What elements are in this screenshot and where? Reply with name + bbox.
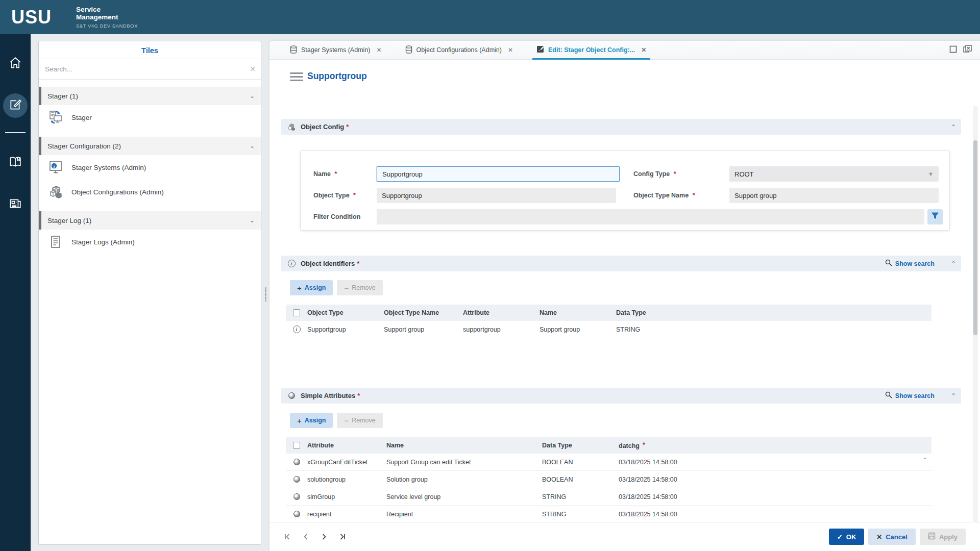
cube-icon — [286, 123, 297, 131]
config-type-select[interactable]: ROOT ▼ — [729, 166, 939, 182]
clear-search-icon[interactable]: ✕ — [250, 65, 256, 73]
workspace-button[interactable] — [3, 93, 28, 118]
column-header[interactable]: Name — [386, 442, 542, 449]
tree-group-label: Stager (1) — [47, 92, 78, 100]
apply-button[interactable]: Apply — [920, 529, 966, 545]
app-title-line1: Service — [76, 6, 138, 13]
collapse-section-icon[interactable]: ⌃ — [951, 123, 956, 131]
knowledge-button[interactable] — [3, 151, 28, 175]
rail-divider — [5, 132, 26, 133]
config-type-label: Config Type * — [633, 170, 676, 178]
tree-group-stager-configuration[interactable]: Stager Configuration (2) ⌄ — [39, 137, 261, 155]
close-icon: ✕ — [876, 533, 882, 541]
tree-item-stager[interactable]: Stager — [39, 105, 261, 130]
panel-resize-handle[interactable] — [264, 287, 267, 302]
tree-item-stager-systems-admin[interactable]: i Stager Systems (Admin) — [39, 155, 261, 180]
environment-label: S&T V4G DEV SANDBOX — [76, 23, 138, 29]
select-all-checkbox[interactable] — [293, 309, 300, 316]
close-tab-icon[interactable]: ✕ — [641, 46, 646, 54]
column-header[interactable]: Data Type — [616, 309, 693, 316]
close-tab-icon[interactable]: ✕ — [508, 46, 513, 54]
tree-item-stager-logs-admin[interactable]: Stager Logs (Admin) — [39, 230, 261, 254]
tab-label: Stager Systems (Admin) — [301, 46, 370, 54]
maximize-icon[interactable] — [949, 45, 957, 55]
form-menu-button[interactable] — [290, 72, 303, 83]
book-icon — [9, 155, 22, 170]
tab-edit-stager-object-config[interactable]: Edit: Stager Object Config:... ✕ — [528, 41, 654, 59]
tree-item-label: Stager — [71, 114, 92, 121]
section-title: Object Identifiers — [301, 260, 355, 267]
last-page-icon[interactable] — [339, 533, 346, 540]
news-button[interactable] — [3, 192, 28, 217]
assign-button[interactable]: + Assign — [290, 280, 333, 295]
filter-builder-button[interactable] — [927, 209, 943, 224]
remove-button[interactable]: − Remove — [337, 280, 382, 295]
previous-page-icon[interactable] — [302, 533, 309, 540]
section-title: Object Config — [301, 123, 344, 131]
table-row[interactable]: xGroupCanEditTicket Support Group can ed… — [286, 454, 932, 471]
magnifier-icon — [885, 259, 892, 268]
collapse-section-icon[interactable]: ⌃ — [951, 392, 956, 399]
tree-item-label: Stager Logs (Admin) — [71, 238, 135, 246]
tree-group-label: Stager Log (1) — [47, 217, 91, 224]
table-row[interactable]: solutiongroup Solution group BOOLEAN 03/… — [286, 471, 932, 488]
chevron-down-icon: ⌄ — [250, 217, 255, 224]
collapse-section-icon[interactable]: ⌃ — [951, 260, 956, 267]
column-header[interactable]: Data Type — [542, 442, 619, 449]
column-header[interactable]: Attribute — [307, 442, 386, 449]
tab-bar: Stager Systems (Admin) ✕ Object Configur… — [270, 41, 980, 60]
show-search-link[interactable]: Show search — [895, 260, 935, 267]
remove-button[interactable]: − Remove — [337, 413, 382, 428]
main-panel: Stager Systems (Admin) ✕ Object Configur… — [270, 41, 980, 551]
database-icon — [405, 45, 412, 55]
sphere-icon — [286, 459, 307, 465]
close-tab-icon[interactable]: ✕ — [376, 46, 381, 54]
tree-item-object-configurations-admin[interactable]: Object Configurations (Admin) — [39, 180, 261, 204]
assign-button[interactable]: + Assign — [290, 413, 333, 428]
required-mark: * — [357, 392, 360, 399]
name-field[interactable]: Supportgroup — [377, 166, 620, 182]
scroll-up-icon[interactable]: ⌃ — [922, 457, 927, 464]
page-title: Supportgroup — [307, 71, 367, 82]
column-header[interactable]: Object Type — [307, 309, 384, 316]
tab-object-configurations-admin[interactable]: Object Configurations (Admin) ✕ — [397, 41, 522, 59]
column-header-sorted[interactable]: datchg▼ — [619, 441, 646, 449]
scrollbar-thumb[interactable] — [973, 140, 977, 335]
table-row[interactable]: slmGroup Service level group STRING 03/1… — [286, 488, 932, 506]
sphere-icon — [286, 511, 307, 517]
tree-group-stager-log[interactable]: Stager Log (1) ⌄ — [39, 211, 261, 230]
column-header[interactable]: Name — [540, 309, 616, 316]
vertical-scrollbar[interactable]: ⌄ — [973, 106, 978, 522]
required-mark: * — [346, 123, 349, 131]
next-page-icon[interactable] — [321, 533, 328, 540]
first-page-icon[interactable] — [284, 533, 291, 540]
check-icon: ✓ — [837, 533, 843, 541]
pagination — [284, 533, 346, 540]
search-input[interactable] — [39, 59, 261, 79]
select-all-checkbox[interactable] — [293, 442, 300, 449]
show-search-link[interactable]: Show search — [895, 392, 935, 399]
app-title-line2: Management — [76, 13, 138, 21]
object-type-label: Object Type * — [313, 192, 356, 199]
chevron-down-icon: ⌄ — [250, 142, 255, 149]
footer-bar: ✓ OK ✕ Cancel Apply — [270, 522, 980, 551]
sphere-icon — [286, 476, 307, 483]
tab-stager-systems-admin[interactable]: Stager Systems (Admin) ✕ — [282, 41, 390, 59]
plus-icon: + — [297, 284, 302, 292]
home-button[interactable] — [3, 52, 28, 76]
ok-button[interactable]: ✓ OK — [829, 529, 864, 545]
database-icon — [290, 45, 297, 55]
table-header: Object Type Object Type Name Attribute N… — [286, 305, 932, 321]
cancel-button[interactable]: ✕ Cancel — [868, 529, 916, 545]
tree-item-label: Stager Systems (Admin) — [71, 164, 146, 171]
usu-logo: USU — [11, 7, 52, 28]
close-all-tabs-icon[interactable] — [963, 45, 972, 55]
table-row[interactable]: i Supportgroup Support group supportgrou… — [286, 321, 932, 338]
tab-label: Edit: Stager Object Config:... — [548, 46, 635, 54]
edit-form-content: Supportgroup Object Config * ⌃ Name * Su… — [270, 60, 980, 522]
table-row[interactable]: recipient Recipient STRING 03/18/2025 14… — [286, 506, 932, 522]
column-header[interactable]: Object Type Name — [384, 309, 463, 316]
required-mark: * — [357, 260, 359, 267]
column-header[interactable]: Attribute — [463, 309, 540, 316]
tree-group-stager[interactable]: Stager (1) ⌄ — [39, 87, 261, 105]
